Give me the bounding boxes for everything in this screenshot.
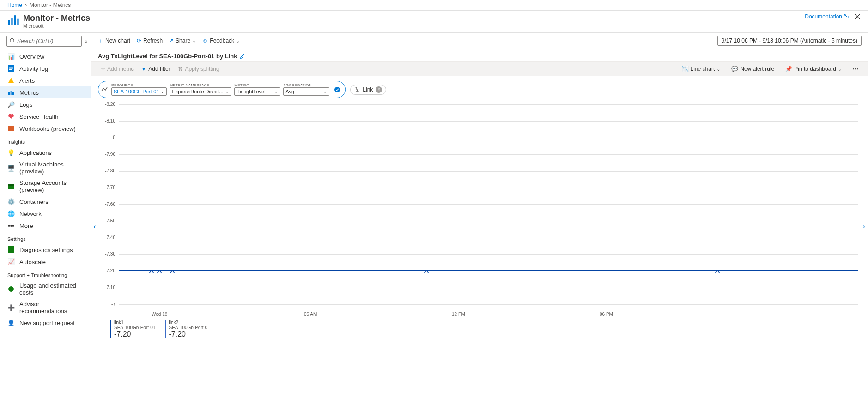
sidebar: « 📊Overview Activity log Alerts Metrics … — [0, 33, 91, 418]
add-metric-button[interactable]: ✧Add metric — [98, 64, 136, 74]
breadcrumb-home[interactable]: Home — [7, 2, 22, 8]
sidebar-group-support: Support + Troubleshooting — [0, 268, 91, 280]
time-range-picker[interactable]: 9/17 10:06 PM - 9/18 10:06 PM (Automatic… — [717, 36, 862, 46]
gridline — [119, 304, 858, 305]
sidebar-item-activity-log[interactable]: Activity log — [0, 62, 91, 74]
sidebar-item-logs[interactable]: 🔎Logs — [0, 98, 91, 111]
share-button[interactable]: ↗Share⌄ — [169, 37, 196, 44]
gridline — [119, 104, 858, 105]
more-options-button[interactable]: ⋯ — [850, 64, 862, 74]
gridline — [119, 221, 858, 221]
y-tick-label: -8 — [100, 135, 115, 140]
sidebar-item-alerts[interactable]: Alerts — [0, 74, 91, 86]
pin-icon: 📌 — [785, 66, 792, 72]
chart-toolbar: ＋New chart ⟳Refresh ↗Share⌄ ☺Feedback⌄ 9… — [91, 33, 868, 49]
sidebar-item-overview[interactable]: 📊Overview — [0, 50, 91, 62]
line-chart-icon: 📉 — [682, 66, 689, 72]
split-icon: ⛕ — [178, 66, 183, 72]
autoscale-icon: 📈 — [7, 258, 15, 265]
refresh-button[interactable]: ⟳Refresh — [137, 37, 163, 44]
close-button[interactable] — [854, 13, 861, 20]
x-tick-label: 06 PM — [600, 312, 613, 317]
network-icon: 🌐 — [7, 210, 15, 217]
filter-chip-link[interactable]: ⛕ Link × — [350, 85, 386, 95]
y-tick-label: -7.50 — [100, 218, 115, 223]
sidebar-item-service-health[interactable]: Service Health — [0, 111, 91, 123]
gridline — [119, 171, 858, 172]
svg-point-4 — [10, 38, 14, 42]
overview-icon: 📊 — [7, 53, 15, 60]
legend-item[interactable]: link1SEA-100Gb-Port-01-7.20 — [110, 320, 156, 338]
data-marker — [157, 268, 162, 271]
sidebar-item-applications[interactable]: 💡Applications — [0, 147, 91, 159]
svg-rect-16 — [8, 246, 14, 253]
sidebar-item-usage[interactable]: Usage and estimated costs — [0, 280, 91, 298]
gridline — [119, 238, 858, 238]
sidebar-item-virtual-machines[interactable]: 🖥️Virtual Machines (preview) — [0, 159, 91, 177]
x-tick-label: Wed 18 — [152, 312, 167, 317]
sidebar-item-autoscale[interactable]: 📈Autoscale — [0, 256, 91, 268]
documentation-link[interactable]: Documentation — [805, 13, 849, 20]
namespace-label: METRIC NAMESPACE — [170, 83, 231, 87]
edit-title-button[interactable] — [240, 54, 245, 59]
legend-series-resource: SEA-100Gb-Port-01 — [114, 325, 156, 330]
storage-icon — [7, 183, 15, 190]
page-title: Monitor - Metrics — [23, 13, 90, 23]
y-tick-label: -7.70 — [100, 185, 115, 190]
search-input[interactable] — [17, 38, 79, 44]
legend-series-resource: SEA-100Gb-Port-01 — [169, 325, 211, 330]
new-alert-rule-button[interactable]: 💬New alert rule — [728, 64, 777, 74]
svg-rect-11 — [11, 91, 12, 95]
metric-select[interactable]: TxLightLevel — [234, 87, 280, 96]
confirm-metric-button[interactable] — [334, 86, 340, 93]
new-chart-button[interactable]: ＋New chart — [98, 37, 130, 45]
pin-to-dashboard-button[interactable]: 📌Pin to dashboard⌄ — [783, 64, 844, 74]
namespace-select[interactable]: ExpressRoute Direct… — [170, 87, 231, 96]
legend-series-value: -7.20 — [114, 330, 156, 338]
workbooks-icon — [7, 125, 15, 132]
y-tick-label: -7.40 — [100, 235, 115, 240]
monitor-icon — [7, 14, 19, 26]
data-marker — [170, 268, 175, 271]
sidebar-item-metrics[interactable]: Metrics — [0, 86, 91, 98]
page-header: Monitor - Metrics Microsoft Documentatio… — [0, 11, 868, 33]
sidebar-item-containers[interactable]: ⚙️Containers — [0, 196, 91, 208]
aggregation-label: AGGREGATION — [283, 83, 329, 87]
aggregation-select[interactable]: Avg — [283, 87, 329, 96]
sidebar-item-new-support[interactable]: 👤New support request — [0, 317, 91, 329]
breadcrumb: Home › Monitor - Metrics — [0, 0, 868, 11]
legend-series-name: link1 — [114, 320, 156, 325]
vm-icon: 🖥️ — [7, 164, 15, 172]
y-tick-label: -7.90 — [100, 152, 115, 157]
sidebar-group-settings: Settings — [0, 232, 91, 244]
svg-rect-3 — [17, 19, 19, 25]
resource-select[interactable]: SEA-100Gb-Port-01 — [111, 87, 167, 96]
feedback-icon: ☺ — [202, 37, 208, 44]
sidebar-item-workbooks[interactable]: Workbooks (preview) — [0, 123, 91, 135]
chevron-down-icon: ⌄ — [192, 38, 196, 43]
alert-icon: 💬 — [731, 66, 738, 72]
gridline — [119, 288, 858, 288]
remove-filter-chip-button[interactable]: × — [376, 86, 382, 93]
svg-rect-9 — [9, 69, 12, 70]
sidebar-item-storage-accounts[interactable]: Storage Accounts (preview) — [0, 177, 91, 196]
chart-type-select[interactable]: 📉Line chart⌄ — [679, 64, 723, 74]
gridline — [119, 154, 858, 155]
add-filter-button[interactable]: ▼Add filter — [138, 64, 173, 74]
feedback-button[interactable]: ☺Feedback⌄ — [202, 37, 240, 44]
legend-item[interactable]: link2SEA-100Gb-Port-01-7.20 — [165, 320, 211, 338]
search-input-wrapper[interactable] — [6, 36, 82, 47]
legend-series-name: link2 — [169, 320, 211, 325]
gridline — [119, 204, 858, 205]
x-tick-label: 12 PM — [452, 312, 465, 317]
apply-splitting-button[interactable]: ⛕Apply splitting — [175, 64, 222, 74]
share-icon: ↗ — [169, 37, 174, 44]
plus-icon: ＋ — [98, 37, 103, 45]
sidebar-item-advisor[interactable]: ➕Advisor recommendations — [0, 298, 91, 317]
sidebar-item-diagnostics[interactable]: Diagnostics settings — [0, 244, 91, 256]
split-icon: ⛕ — [354, 86, 360, 93]
data-marker — [715, 268, 720, 271]
sidebar-item-network[interactable]: 🌐Network — [0, 208, 91, 220]
sidebar-collapse-button[interactable]: « — [85, 39, 87, 44]
sidebar-item-more[interactable]: •••More — [0, 220, 91, 232]
